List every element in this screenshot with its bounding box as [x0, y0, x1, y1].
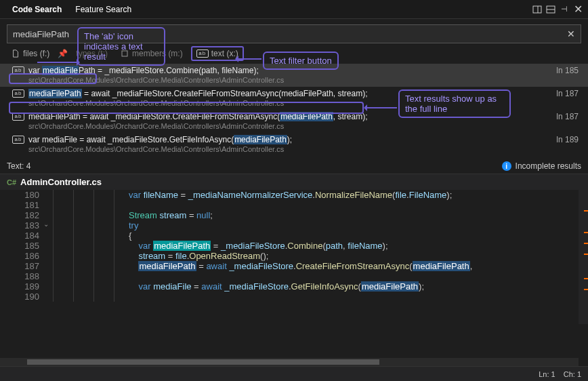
result-path: src\OrchardCore.Modules\OrchardCore.Medi…: [12, 99, 581, 107]
filter-files[interactable]: files (f:): [7, 47, 54, 60]
result-item[interactable]: ab mediaFilePath = await _mediaFileStore…: [0, 87, 588, 110]
filter-pin[interactable]: 📌: [58, 49, 68, 58]
ab-icon: ab: [196, 49, 209, 58]
horizontal-scrollbar[interactable]: [0, 358, 579, 366]
incomplete-results: Incomplete results: [516, 161, 581, 171]
close-icon[interactable]: ✕: [573, 5, 583, 14]
result-line-no: ln 185: [556, 66, 581, 75]
tab-code-search[interactable]: Code Search: [5, 2, 68, 17]
svg-rect-0: [533, 6, 541, 13]
csharp-icon: C#: [7, 178, 16, 186]
editor-file-name: AdminController.cs: [20, 177, 102, 187]
result-path: src\OrchardCore.Modules\OrchardCore.Medi…: [12, 76, 581, 84]
filter-members[interactable]: members (m:): [116, 47, 187, 60]
layout-icon-2[interactable]: [546, 5, 555, 14]
statusbar-col[interactable]: Ch: 1: [564, 370, 581, 378]
result-line-no: ln 187: [556, 89, 581, 98]
statusbar-line[interactable]: Ln: 1: [539, 370, 555, 378]
svg-rect-4: [122, 51, 127, 56]
pin-icon[interactable]: ⊣: [560, 5, 569, 14]
tab-feature-search[interactable]: Feature Search: [68, 2, 138, 17]
clear-search-button[interactable]: ✕: [562, 28, 581, 39]
ab-icon: ab: [12, 66, 24, 75]
result-item[interactable]: ab mediaFilePath = await _mediaFileStore…: [0, 110, 588, 133]
result-item[interactable]: ab var mediaFilePath = _mediaFileStore.C…: [0, 64, 588, 87]
filter-text[interactable]: ab text (x:): [191, 46, 244, 61]
result-item[interactable]: ab var mediaFile = await _mediaFileStore…: [0, 133, 588, 156]
ab-icon: ab: [12, 113, 24, 121]
filter-types[interactable]: types (t:): [72, 47, 112, 60]
result-path: src\OrchardCore.Modules\OrchardCore.Medi…: [12, 122, 581, 130]
result-line-no: ln 187: [556, 112, 581, 121]
search-input[interactable]: [7, 29, 562, 39]
ab-icon: ab: [12, 89, 24, 98]
result-path: src\OrchardCore.Modules\OrchardCore.Medi…: [12, 145, 581, 153]
member-icon: [120, 49, 129, 58]
result-line-no: ln 189: [556, 135, 581, 144]
layout-icon-1[interactable]: [532, 5, 542, 14]
minimap[interactable]: [579, 190, 588, 324]
code-editor[interactable]: 180var fileName = _mediaNameNormalizerSe…: [0, 190, 588, 324]
file-icon: [11, 49, 20, 58]
ab-icon: ab: [12, 136, 24, 144]
info-icon: i: [502, 161, 511, 171]
result-count: Text: 4: [7, 161, 30, 171]
results-list: ab var mediaFilePath = _mediaFileStore.C…: [0, 64, 588, 156]
